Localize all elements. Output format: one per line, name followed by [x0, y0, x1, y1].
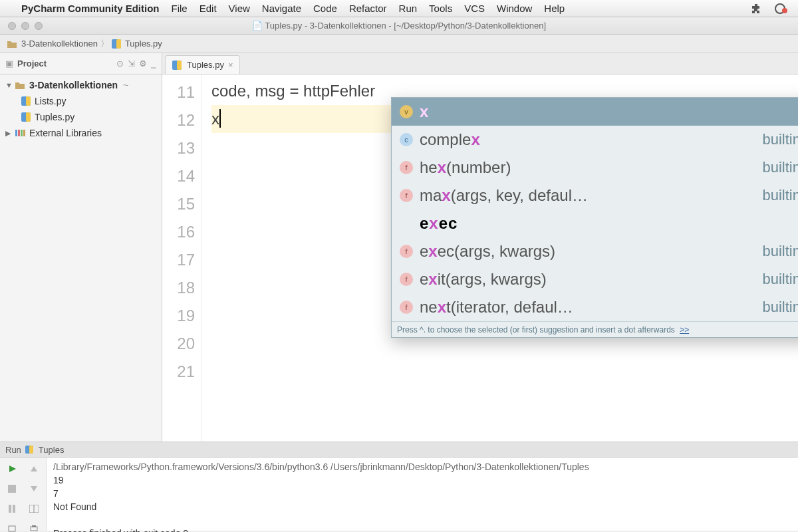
restore-button[interactable]: [3, 520, 22, 532]
run-line: 19: [53, 475, 64, 485]
completion-item[interactable]: ccomplexbuiltins: [392, 126, 798, 154]
line-gutter: 1112131415161718192021: [162, 74, 202, 442]
svg-rect-8: [15, 130, 17, 136]
editor-area: Tuples.py × 1112131415161718192021 code,…: [162, 53, 798, 442]
tab-label: Tuples.py: [187, 60, 224, 70]
svg-rect-7: [26, 112, 31, 122]
window-titlebar: 📄 Tuples.py - 3-Datenkollektionen - [~/D…: [0, 17, 798, 35]
mac-menubar: PyCharm Community Edition File Edit View…: [0, 0, 798, 17]
kind-v-icon: v: [400, 105, 413, 118]
completion-item[interactable]: fhex(number)builtins: [392, 154, 798, 182]
project-tree: ▼ 3-Datenkollektionen ~ Lists.py Tuples.…: [0, 74, 162, 141]
tab-tuples[interactable]: Tuples.py ×: [165, 55, 240, 74]
menu-code[interactable]: Code: [313, 3, 337, 14]
down-button[interactable]: [25, 480, 44, 497]
kind-f-icon: f: [400, 273, 413, 286]
completion-item[interactable]: fexit(args, kwargs)builtins: [392, 265, 798, 293]
tree-root[interactable]: ▼ 3-Datenkollektionen ~: [4, 77, 162, 93]
completion-item[interactable]: fexec(args, kwargs)builtins: [392, 237, 798, 265]
run-line: Process finished with exit code 0: [53, 528, 188, 532]
run-line: 7: [53, 488, 59, 499]
svg-rect-11: [23, 130, 25, 136]
collapse-icon[interactable]: ⇲: [128, 59, 135, 68]
code-editor[interactable]: 1112131415161718192021 code, msg = httpF…: [162, 74, 798, 442]
folder-icon: [15, 80, 25, 90]
menu-view[interactable]: View: [229, 3, 250, 14]
svg-rect-15: [29, 446, 33, 454]
svg-rect-18: [13, 505, 15, 513]
python-file-icon: [25, 446, 33, 454]
menu-navigate[interactable]: Navigate: [262, 3, 301, 14]
tree-file-lists[interactable]: Lists.py: [4, 93, 162, 109]
chevron-down-icon[interactable]: ▼: [5, 81, 12, 89]
completion-item[interactable]: exec: [392, 209, 798, 237]
hide-icon[interactable]: ⎯: [151, 59, 156, 68]
completion-more-link[interactable]: >>: [680, 325, 689, 334]
python-file-icon: [172, 61, 182, 70]
run-gutter: [0, 458, 47, 531]
tray-plugin-icon[interactable]: [750, 3, 762, 15]
tree-file-label: Tuples.py: [35, 112, 74, 122]
run-output[interactable]: /Library/Frameworks/Python.framework/Ver…: [47, 458, 798, 531]
close-tab-icon[interactable]: ×: [228, 60, 233, 70]
library-icon: [15, 128, 25, 138]
menu-edit[interactable]: Edit: [200, 3, 217, 14]
app-name[interactable]: PyCharm Community Edition: [21, 3, 160, 14]
svg-point-1: [782, 8, 787, 13]
kind-f-icon: f: [400, 301, 413, 314]
run-line: Not Found: [53, 501, 96, 512]
completion-item[interactable]: fmax(args, key, defaul…builtins: [392, 182, 798, 209]
print-button[interactable]: [25, 520, 44, 532]
svg-rect-13: [177, 61, 182, 70]
svg-rect-3: [116, 39, 121, 49]
breadcrumb-file[interactable]: Tuples.py: [125, 39, 162, 49]
run-cmd: /Library/Frameworks/Python.framework/Ver…: [53, 462, 589, 472]
project-tool-toggle-icon[interactable]: ▣: [5, 59, 13, 68]
up-button[interactable]: [25, 460, 44, 477]
completion-item[interactable]: vx: [392, 98, 798, 126]
svg-rect-10: [21, 130, 23, 136]
run-header-label: Run: [5, 445, 21, 455]
pause-button[interactable]: [3, 500, 22, 517]
breadcrumb-project[interactable]: 3-Datenkollektionen: [21, 39, 98, 49]
menu-run[interactable]: Run: [399, 3, 418, 14]
python-file-icon: 📄: [252, 21, 263, 31]
tray-record-icon[interactable]: [774, 3, 789, 15]
menu-refactor[interactable]: Refactor: [349, 3, 387, 14]
tree-external-libs[interactable]: ▶ External Libraries: [4, 125, 162, 141]
target-icon[interactable]: ⊙: [116, 59, 124, 68]
code-current: x: [211, 110, 219, 128]
tree-root-label: 3-Datenkollektionen: [29, 80, 118, 90]
project-tool-title: Project: [17, 59, 47, 68]
project-tool-window: ▣ Project ⊙ ⇲ ⚙ ⎯ ▼ 3-Datenkollektionen …: [0, 53, 162, 442]
menu-help[interactable]: Help: [544, 3, 565, 14]
tree-libs-label: External Libraries: [29, 128, 102, 138]
svg-rect-9: [18, 130, 20, 136]
tree-file-tuples[interactable]: Tuples.py: [4, 109, 162, 125]
kind-c-icon: c: [400, 133, 413, 146]
gear-icon[interactable]: ⚙: [139, 59, 147, 68]
kind-f-icon: f: [400, 189, 413, 202]
completion-item[interactable]: fnext(iterator, defaul…builtins: [392, 293, 798, 321]
menu-tools[interactable]: Tools: [429, 3, 452, 14]
kind-f-icon: f: [400, 161, 413, 174]
python-file-icon: [112, 39, 121, 49]
rerun-button[interactable]: [3, 460, 22, 477]
layout-button[interactable]: [25, 500, 44, 517]
run-tool: /Library/Frameworks/Python.framework/Ver…: [0, 458, 798, 531]
svg-rect-5: [26, 96, 31, 106]
run-tool-header: Run Tuples: [0, 442, 798, 458]
menu-vcs[interactable]: VCS: [464, 3, 485, 14]
completion-popup: vxccomplexbuiltinsfhex(number)builtinsfm…: [391, 97, 798, 338]
chevron-right-icon: 〉: [100, 38, 109, 50]
kind-f-icon: f: [400, 245, 413, 258]
chevron-right-icon[interactable]: ▶: [5, 129, 12, 138]
menu-file[interactable]: File: [172, 3, 188, 14]
folder-icon: [7, 39, 17, 49]
svg-rect-21: [9, 526, 15, 531]
menu-window[interactable]: Window: [497, 3, 532, 14]
completion-footer: Press ^. to choose the selected (or firs…: [392, 321, 798, 337]
editor-tabs: Tuples.py ×: [162, 53, 798, 74]
run-config-name[interactable]: Tuples: [39, 445, 65, 455]
stop-button[interactable]: [3, 480, 22, 497]
